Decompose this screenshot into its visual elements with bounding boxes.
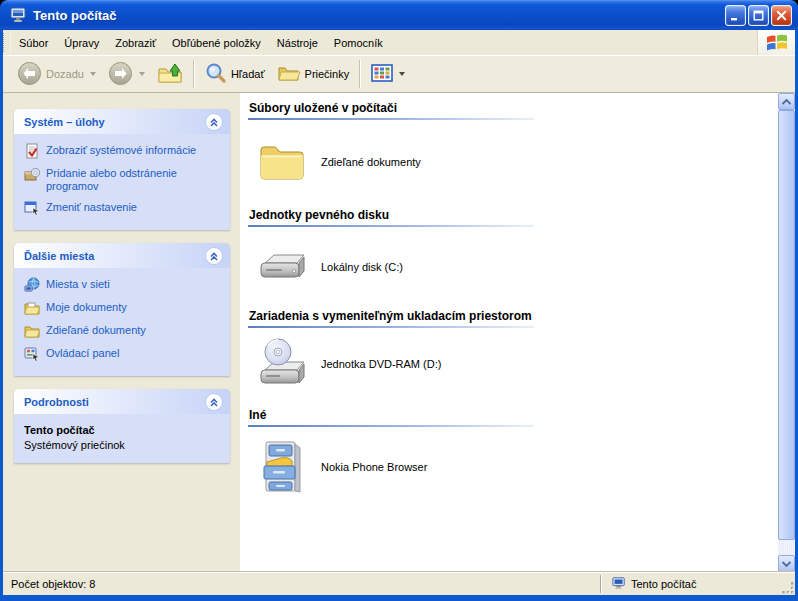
forward-icon <box>108 61 133 88</box>
window-body: Súbor Úpravy Zobraziť Obľúbené položky N… <box>3 30 795 595</box>
content-area: Systém – úlohy <box>3 93 795 572</box>
menu-tools[interactable]: Nástroje <box>269 30 326 55</box>
item-shared-documents[interactable]: Zdieľané dokumenty <box>256 136 556 188</box>
back-dropdown-icon <box>90 72 96 76</box>
views-dropdown-icon <box>399 72 405 76</box>
statusbar-location: Tento počítač <box>602 573 795 595</box>
panel-details-body: Tento počítač Systémový priečinok <box>14 414 230 463</box>
titlebar[interactable]: Tento počítač <box>0 0 798 30</box>
my-documents-icon <box>24 300 40 316</box>
back-icon <box>17 61 42 88</box>
folders-button[interactable]: Priečinky <box>271 58 356 90</box>
back-label: Dozadu <box>46 68 84 80</box>
link-change-setting[interactable]: Zmeniť nastavenie <box>24 201 224 216</box>
close-button[interactable] <box>771 5 792 26</box>
group-underline <box>248 118 534 120</box>
network-places-icon <box>24 277 40 293</box>
folder-icon <box>256 136 308 188</box>
group-files-stored: Súbory uložené v počítači Zdieľané dokum… <box>248 101 778 188</box>
hard-disk-icon <box>256 241 308 293</box>
menu-file[interactable]: Súbor <box>11 30 56 55</box>
folders-label: Priečinky <box>305 68 350 80</box>
vertical-scrollbar[interactable] <box>778 93 795 572</box>
link-label: Zobraziť systémové informácie <box>46 144 196 157</box>
my-computer-icon <box>10 6 28 24</box>
menu-view[interactable]: Zobraziť <box>107 30 164 55</box>
details-item-type: Systémový priečinok <box>24 439 224 451</box>
my-computer-icon <box>612 576 626 592</box>
group-removable-storage: Zariadenia s vymeniteľným ukladacím prie… <box>248 309 778 390</box>
item-dvd-ram-d[interactable]: Jednotka DVD-RAM (D:) <box>256 338 556 390</box>
group-other: Iné <box>248 408 778 493</box>
location-label: Tento počítač <box>631 578 696 590</box>
dvd-drive-icon <box>256 338 308 390</box>
chevron-up-icon[interactable] <box>205 393 223 411</box>
toolbar-separator <box>359 60 361 88</box>
item-local-disk-c[interactable]: Lokálny disk (C:) <box>256 241 556 293</box>
link-shared-documents[interactable]: Zdieľané dokumenty <box>24 324 224 339</box>
item-label: Zdieľané dokumenty <box>321 156 421 168</box>
link-label: Ovládací panel <box>46 347 119 360</box>
group-header: Iné <box>249 408 778 422</box>
item-nokia-phone-browser[interactable]: Nokia Phone Browser <box>256 441 556 493</box>
back-button[interactable]: Dozadu <box>11 58 102 90</box>
link-network-places[interactable]: Miesta v sieti <box>24 278 224 293</box>
group-header: Súbory uložené v počítači <box>249 101 778 115</box>
panel-details-header[interactable]: Podrobnosti <box>14 389 230 414</box>
maximize-button[interactable] <box>748 5 769 26</box>
resize-grip[interactable] <box>781 581 795 595</box>
link-label: Zdieľané dokumenty <box>46 324 146 337</box>
scroll-up-icon[interactable] <box>778 93 795 110</box>
up-button[interactable] <box>151 58 189 90</box>
menubar-grip[interactable] <box>3 33 11 52</box>
system-info-icon <box>24 143 40 159</box>
views-button[interactable] <box>365 58 411 90</box>
explorer-window: Tento počítač Súbor Úpravy Zobraziť Obľú… <box>0 0 798 601</box>
panel-title: Podrobnosti <box>24 396 89 408</box>
group-header: Jednotky pevného disku <box>249 208 778 222</box>
panel-system-tasks-header[interactable]: Systém – úlohy <box>14 109 230 134</box>
search-label: Hľadať <box>231 68 265 80</box>
control-panel-icon <box>24 346 40 362</box>
search-icon <box>205 62 227 86</box>
panel-other-places-header[interactable]: Ďalšie miesta <box>14 243 230 268</box>
folders-icon <box>277 63 301 85</box>
details-item-name: Tento počítač <box>24 424 224 436</box>
chevron-up-icon[interactable] <box>205 247 223 265</box>
scrollbar-track[interactable] <box>778 540 795 555</box>
scrollbar-thumb[interactable] <box>778 110 795 540</box>
scroll-down-icon[interactable] <box>778 555 795 572</box>
panel-title: Systém – úlohy <box>24 116 105 128</box>
menu-favorites[interactable]: Obľúbené položky <box>164 30 269 55</box>
link-control-panel[interactable]: Ovládací panel <box>24 347 224 362</box>
statusbar: Počet objektov: 8 Tento počítač <box>3 572 795 595</box>
link-label: Miesta v sieti <box>46 278 110 291</box>
add-remove-programs-icon <box>24 166 40 182</box>
item-label: Jednotka DVD-RAM (D:) <box>321 358 441 370</box>
shared-documents-icon <box>24 323 40 339</box>
item-label: Nokia Phone Browser <box>321 461 427 473</box>
group-header: Zariadenia s vymeniteľným ukladacím prie… <box>249 309 778 323</box>
task-pane: Systém – úlohy <box>3 93 240 572</box>
change-setting-icon <box>24 200 40 216</box>
link-system-info[interactable]: Zobraziť systémové informácie <box>24 144 224 159</box>
forward-dropdown-icon <box>139 72 145 76</box>
search-button[interactable]: Hľadať <box>199 58 271 90</box>
file-list-pane: Súbory uložené v počítači Zdieľané dokum… <box>240 93 778 572</box>
chevron-up-icon[interactable] <box>205 113 223 131</box>
windows-logo-icon <box>757 30 795 55</box>
file-cabinet-icon <box>256 441 308 493</box>
menu-help[interactable]: Pomocník <box>326 30 391 55</box>
item-label: Lokálny disk (C:) <box>321 261 403 273</box>
link-my-documents[interactable]: Moje dokumenty <box>24 301 224 316</box>
menu-edit[interactable]: Úpravy <box>56 30 107 55</box>
panel-other-places-body: Miesta v sieti Moje dokumenty <box>14 268 230 376</box>
minimize-button[interactable] <box>725 5 746 26</box>
panel-details: Podrobnosti Tento počítač Systémový prie… <box>14 389 230 463</box>
link-add-remove-programs[interactable]: Pridanie alebo odstránenie programov <box>24 167 224 193</box>
menubar-spacer <box>391 30 757 55</box>
forward-button[interactable] <box>102 58 151 90</box>
menubar: Súbor Úpravy Zobraziť Obľúbené položky N… <box>3 30 795 56</box>
panel-other-places: Ďalšie miesta <box>14 243 230 376</box>
panel-system-tasks: Systém – úlohy <box>14 109 230 230</box>
